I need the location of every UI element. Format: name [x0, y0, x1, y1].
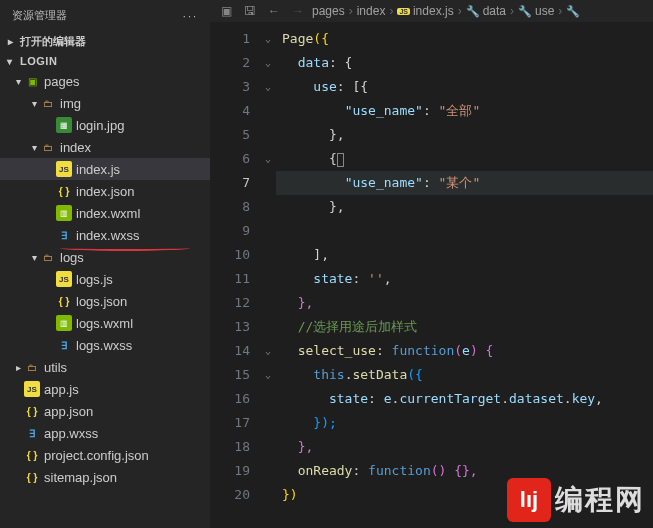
sidebar-header: 资源管理器 ···	[0, 0, 210, 31]
chevron-down-icon: ▾	[4, 56, 16, 67]
editor-toolbar: ▣ 🖫 ← → pages › index › JSindex.js › 🔧da…	[210, 0, 653, 23]
section-open-editors[interactable]: ▸ 打开的编辑器	[0, 31, 210, 52]
key-icon: 🔧	[566, 5, 580, 18]
file-logs-wxss[interactable]: ∃logs.wxss	[0, 334, 210, 356]
section-project[interactable]: ▾ LOGIN	[0, 52, 210, 70]
chevron-right-icon: ›	[389, 4, 393, 18]
file-index-wxss[interactable]: ∃index.wxss	[0, 224, 210, 246]
code-content[interactable]: Page({ data: { use: [{ "use_name": "全部" …	[276, 23, 653, 528]
explorer-title: 资源管理器	[12, 8, 67, 23]
file-project-config[interactable]: { }project.config.json	[0, 444, 210, 466]
chevron-right-icon: ›	[458, 4, 462, 18]
chevron-right-icon: ›	[349, 4, 353, 18]
file-index-wxml[interactable]: ▥index.wxml	[0, 202, 210, 224]
more-icon[interactable]: ···	[183, 10, 198, 22]
compile-icon[interactable]: ▣	[216, 4, 236, 18]
file-logs-js[interactable]: JSlogs.js	[0, 268, 210, 290]
fold-icon[interactable]: ⌄	[260, 147, 276, 171]
file-tree: ▾▣pages ▾🗀img ▦login.jpg ▾🗀index JSindex…	[0, 70, 210, 528]
file-login-jpg[interactable]: ▦login.jpg	[0, 114, 210, 136]
line-gutter: 1234567891011121314151617181920	[210, 23, 260, 528]
folder-pages[interactable]: ▾▣pages	[0, 70, 210, 92]
bc-use[interactable]: 🔧use	[518, 4, 554, 18]
file-index-json[interactable]: { }index.json	[0, 180, 210, 202]
fold-icon[interactable]: ⌄	[260, 75, 276, 99]
chevron-right-icon: ›	[558, 4, 562, 18]
breadcrumb: pages › index › JSindex.js › 🔧data › 🔧us…	[312, 4, 647, 18]
sidebar: 资源管理器 ··· ▸ 打开的编辑器 ▾ LOGIN ▾▣pages ▾🗀img…	[0, 0, 210, 528]
cursor	[337, 153, 344, 167]
back-icon[interactable]: ←	[264, 4, 284, 18]
fold-icon[interactable]: ⌄	[260, 27, 276, 51]
file-sitemap-json[interactable]: { }sitemap.json	[0, 466, 210, 488]
bc-indexjs[interactable]: JSindex.js	[397, 4, 453, 18]
file-index-js[interactable]: JSindex.js	[0, 158, 210, 180]
fold-gutter: ⌄⌄⌄⌄⌄⌄	[260, 23, 276, 528]
editor: ▣ 🖫 ← → pages › index › JSindex.js › 🔧da…	[210, 0, 653, 528]
chevron-right-icon: ›	[510, 4, 514, 18]
file-app-js[interactable]: JSapp.js	[0, 378, 210, 400]
fold-icon[interactable]: ⌄	[260, 363, 276, 387]
file-logs-json[interactable]: { }logs.json	[0, 290, 210, 312]
folder-img[interactable]: ▾🗀img	[0, 92, 210, 114]
forward-icon[interactable]: →	[288, 4, 308, 18]
key-icon: 🔧	[518, 5, 532, 18]
chevron-right-icon: ▸	[4, 36, 16, 47]
folder-utils[interactable]: ▸🗀utils	[0, 356, 210, 378]
folder-logs[interactable]: ▾🗀logs	[0, 246, 210, 268]
save-icon[interactable]: 🖫	[240, 4, 260, 18]
bc-pages[interactable]: pages	[312, 4, 345, 18]
fold-icon[interactable]: ⌄	[260, 51, 276, 75]
folder-index[interactable]: ▾🗀index	[0, 136, 210, 158]
file-app-json[interactable]: { }app.json	[0, 400, 210, 422]
bc-data[interactable]: 🔧data	[466, 4, 506, 18]
bc-index[interactable]: index	[357, 4, 386, 18]
code-area[interactable]: 1234567891011121314151617181920 ⌄⌄⌄⌄⌄⌄ P…	[210, 23, 653, 528]
key-icon: 🔧	[466, 5, 480, 18]
fold-icon[interactable]: ⌄	[260, 339, 276, 363]
file-logs-wxml[interactable]: ▥logs.wxml	[0, 312, 210, 334]
file-app-wxss[interactable]: ∃app.wxss	[0, 422, 210, 444]
